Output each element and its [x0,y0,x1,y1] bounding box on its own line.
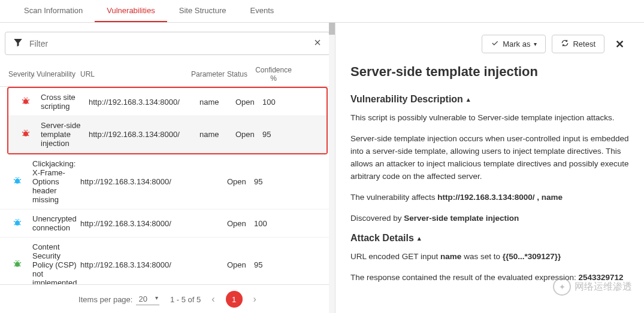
tab-scan-info[interactable]: Scan Information [12,0,95,22]
vuln-url: http://192.168.3.134:8000/ [80,260,191,269]
table-row[interactable]: Server-side template injection http://19… [8,116,326,153]
desc-affects: The vulnerability affects http://192.168… [350,192,629,204]
severity-info-icon [13,176,22,186]
vuln-name: Cross site scripting [41,93,89,111]
table-row[interactable]: Clickjacking: X-Frame-Options header mis… [0,154,335,209]
desc-p2: Server-side template injection occurs wh… [350,133,629,183]
mark-as-button[interactable]: Mark as ▾ [482,35,546,53]
svg-point-4 [15,262,20,267]
tab-vulnerabilities[interactable]: Vulnerabilities [95,0,167,22]
severity-high-icon [21,129,31,138]
refresh-icon [561,39,569,49]
attack-p1: URL encoded GET input name was set to {{… [350,251,629,263]
vuln-url: http://192.168.3.134:8000/ [89,130,199,139]
table-header: Severity ↓Vulnerability URL Parameter St… [0,62,335,87]
page-prev-button[interactable]: ‹ [211,294,214,305]
retest-button[interactable]: Retest [552,35,604,53]
desc-p1: This script is possibly vulnerable to Se… [350,112,629,124]
col-severity[interactable]: Severity [2,70,32,78]
vuln-url: http://192.168.3.134:8000/ [80,219,191,228]
items-per-page-select[interactable]: 20 [136,293,159,305]
vuln-conf: 95 [254,260,293,269]
col-url[interactable]: URL [80,70,191,78]
check-icon [491,39,499,49]
filter-icon [13,37,23,50]
tab-events[interactable]: Events [238,0,286,22]
vuln-status: Open [227,177,254,186]
vuln-param: name [199,130,235,139]
vuln-url: http://192.168.3.134:8000/ [89,98,199,107]
vuln-name: Server-side template injection [41,121,89,148]
table-row[interactable]: Content Security Policy (CSP) not implem… [0,238,335,284]
vuln-conf: 100 [254,219,293,228]
svg-point-0 [23,99,28,104]
vuln-status: Open [227,260,254,269]
close-panel-button[interactable]: ✕ [610,35,629,53]
desc-discovered: Discovered by Server-side template injec… [350,212,629,225]
svg-point-3 [15,220,20,225]
filter-input[interactable] [29,39,313,48]
table-row[interactable]: Unencrypted connection http://192.168.3.… [0,209,335,238]
attack-p2: The response contained the result of the… [350,272,629,284]
clear-filter-icon[interactable] [313,38,322,49]
col-vulnerability[interactable]: ↓Vulnerability [32,70,80,78]
vuln-status: Open [227,219,254,228]
sort-desc-icon: ↓ [32,71,35,78]
vuln-conf: 95 [262,130,301,139]
vuln-param: name [199,98,235,107]
vuln-name: Content Security Policy (CSP) not implem… [32,242,80,284]
section-vuln-desc[interactable]: Vulnerability Description [350,94,629,105]
svg-point-2 [15,179,20,184]
detail-title: Server-side template injection [350,64,629,80]
severity-high-icon [21,96,31,106]
severity-info-icon [13,218,22,227]
page-next-button[interactable]: › [253,294,256,305]
vuln-conf: 100 [262,98,301,107]
page-current[interactable]: 1 [226,291,243,308]
vuln-status: Open [235,98,262,107]
filter-box [5,32,330,55]
section-attack-details[interactable]: Attack Details [350,233,629,244]
vuln-status: Open [235,130,262,139]
pager: Items per page: 20 1 - 5 of 5 ‹ 1 › [0,284,335,313]
svg-point-1 [23,132,28,136]
table-row[interactable]: Cross site scripting http://192.168.3.13… [8,88,326,116]
vuln-conf: 95 [254,177,293,186]
vuln-name: Unencrypted connection [32,214,80,232]
items-per-page-label: Items per page: [78,295,132,304]
col-status[interactable]: Status [227,70,254,78]
col-parameter[interactable]: Parameter [191,70,227,78]
page-range: 1 - 5 of 5 [170,295,201,304]
col-confidence[interactable]: Confidence % [254,66,293,83]
vuln-name: Clickjacking: X-Frame-Options header mis… [32,159,80,204]
vuln-url: http://192.168.3.134:8000/ [80,177,191,186]
severity-ok-icon [13,259,22,269]
chevron-down-icon: ▾ [534,41,537,47]
tab-site-structure[interactable]: Site Structure [167,0,238,22]
left-scrollbar[interactable] [329,23,335,313]
